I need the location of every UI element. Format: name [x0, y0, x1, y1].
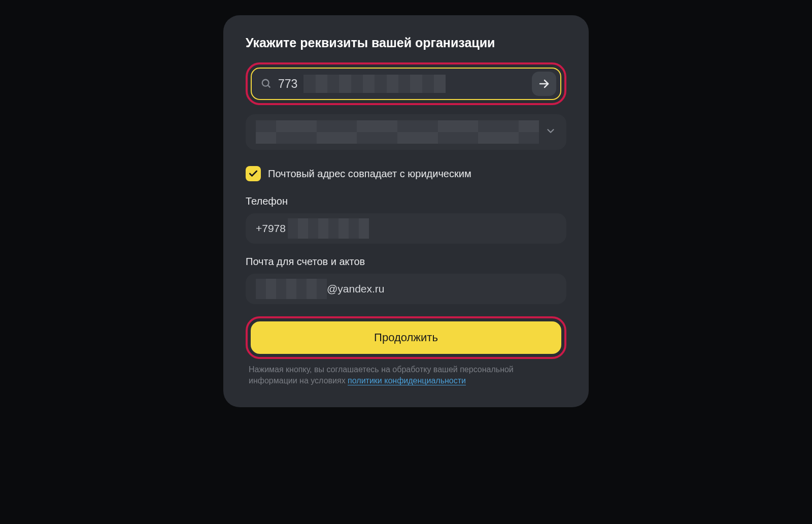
- phone-label: Телефон: [246, 195, 566, 207]
- redacted-content: [303, 75, 446, 93]
- email-label: Почта для счетов и актов: [246, 256, 566, 268]
- disclaimer-text: Нажимая кнопку, вы соглашаетесь на обраб…: [246, 364, 566, 387]
- search-icon: [261, 78, 272, 89]
- continue-highlight-border: Продолжить: [246, 316, 566, 359]
- submit-search-button[interactable]: [532, 72, 556, 96]
- redacted-content: [256, 279, 327, 299]
- continue-button[interactable]: Продолжить: [251, 321, 561, 354]
- address-match-label: Почтовый адрес совпадает с юридическим: [268, 168, 471, 180]
- organization-dropdown[interactable]: [246, 114, 566, 150]
- continue-button-label: Продолжить: [374, 331, 438, 344]
- search-highlight-border: 773: [246, 62, 566, 105]
- organization-form-card: Укажите реквизиты вашей организации 773: [223, 15, 589, 407]
- svg-line-1: [268, 85, 270, 88]
- search-input-row[interactable]: 773: [251, 68, 561, 100]
- redacted-content: [256, 120, 539, 144]
- form-title: Укажите реквизиты вашей организации: [246, 36, 566, 50]
- chevron-down-icon: [545, 125, 556, 139]
- search-input-value: 773: [278, 77, 297, 91]
- phone-input[interactable]: +7978: [246, 213, 566, 244]
- redacted-content: [288, 218, 369, 239]
- svg-point-0: [262, 80, 269, 86]
- address-match-checkbox[interactable]: [246, 166, 261, 181]
- privacy-policy-link[interactable]: политики конфиденциальности: [348, 376, 466, 385]
- email-suffix: @yandex.ru: [327, 283, 385, 295]
- phone-value: +7978: [256, 222, 286, 235]
- email-input[interactable]: @yandex.ru: [246, 274, 566, 304]
- address-match-checkbox-row: Почтовый адрес совпадает с юридическим: [246, 166, 566, 181]
